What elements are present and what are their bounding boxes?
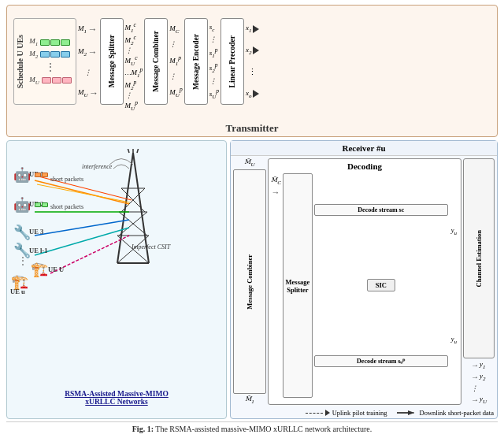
message-combiner-label: Message Combiner (152, 31, 160, 92)
packet (50, 39, 60, 46)
message-splitter-block: Message Splitter (100, 18, 124, 105)
ue1-icon: 🤖 (13, 166, 31, 184)
dots-m: ⋮ (78, 69, 98, 76)
y-label-top: yu (451, 226, 457, 236)
receiver-content-row: M̃U Message Combiner M̃1 Decoding (231, 156, 497, 407)
caption: Fig. 1: The RSMA-assisted massive-MIMO x… (6, 421, 498, 433)
mlc-dots: ⋮ (169, 40, 182, 48)
transmitter-box: Schedule U UEs M1 M2 (6, 5, 498, 137)
svg-line-14 (137, 149, 139, 153)
arrow-y2: → (471, 373, 479, 381)
ue-messages: M1 M2 (29, 37, 72, 85)
ueu-scene-label: UE U (48, 265, 64, 273)
tower-svg (109, 149, 157, 275)
right-receiver: Receiver #u M̃U Message Combiner M̃1 Dec… (230, 140, 498, 419)
packet (62, 77, 72, 84)
decode-streams-col: Decode stream sс SIC Decode stream sᵤᵖ (314, 173, 448, 398)
decoding-box: Decoding M̃C → Message Splitter (268, 158, 461, 405)
imperfect-csit-label: Imperfect CSIT (132, 243, 170, 251)
arrow-m1: M1 → (78, 24, 98, 35)
arrow-tri-x1 (253, 25, 259, 33)
legend-dash-line (306, 413, 323, 414)
y-label-bot: yu (451, 335, 457, 345)
arrow-m2: M2 → (78, 46, 98, 58)
msg-packets-u (42, 77, 72, 84)
ml-dots: ⋮ (125, 46, 143, 54)
legend: Uplink pilot training Downlink short-pac… (231, 407, 497, 418)
sl-up: sUp (209, 87, 219, 100)
decode-stream-c-box: Decode stream sс (314, 204, 448, 216)
msg-row-u: MU (29, 76, 72, 86)
ml-2c: M2c (125, 34, 143, 46)
legend-uplink-label: Uplink pilot training (332, 409, 387, 417)
mlc-1p: M1p (169, 54, 182, 67)
uefinal-scene-label: UE u (10, 288, 25, 295)
arrow-mu: MU → (78, 87, 98, 99)
channel-est-wrapper: Channel Estimation → y1 → y2 ⋮ (463, 158, 495, 405)
message-encoder-block: Message Encoder (184, 18, 208, 105)
dots-vert-ue: ⋮ (29, 62, 72, 73)
arrow-mc: → (271, 187, 281, 197)
ml-uc: MUc (125, 54, 143, 67)
msg-packets-2 (40, 51, 70, 58)
message-splitter-recv-label: Message Splitter (285, 278, 310, 294)
ue2-icon: 🤖 (13, 196, 31, 213)
ue3-scene-label: UE 3 (29, 228, 43, 236)
linear-precoder-block: Linear Precoder (220, 18, 244, 105)
msg-label-u: MU (29, 76, 39, 86)
ml-up: MUp (125, 99, 143, 112)
ml-1c: M1c (125, 21, 143, 34)
packet (52, 77, 61, 84)
y-labels-col: yu yu (450, 173, 458, 398)
legend-item-downlink: Downlink short-packet data (397, 409, 494, 417)
tilde-mc-col: M̃C → (271, 173, 281, 398)
mlc-dots2: ⋮ (169, 72, 182, 80)
packet (42, 77, 51, 84)
scene-dots: ⋮ (18, 255, 28, 267)
out-x1-label: x1 (246, 24, 252, 34)
arrow-yu: → (471, 395, 479, 404)
legend-item-uplink: Uplink pilot training (306, 409, 387, 417)
label-m1: M1 (78, 24, 87, 35)
m-labels-combiner: MC ⋮ M1p ⋮ MUp (169, 18, 182, 105)
transmitter-inner: Schedule U UEs M1 M2 (13, 10, 491, 113)
arrow-icon-mu: → (89, 87, 98, 99)
ue-schedule-block: Schedule U UEs M1 M2 (13, 18, 76, 105)
msg-combiner-recv-wrapper: M̃U Message Combiner M̃1 (233, 158, 266, 405)
message-encoder-label: Message Encoder (192, 34, 200, 90)
ml-2p: M2p (125, 79, 143, 91)
output-y1: → y1 (471, 360, 487, 370)
yu-label: yU (480, 395, 487, 405)
left-scene: 🤖 🤖 🔧 🔧 🏗️ 🏗️ UE 1 UE 2 UE 3 UE l-1 UE U… (6, 140, 227, 419)
msg-row-1: M1 (29, 37, 72, 47)
out-xo: xo (246, 89, 260, 99)
arrow-icon-m2: → (87, 46, 97, 58)
message-combiner-recv-block: Message Combiner (233, 169, 266, 395)
scene-title-line1: RSMA-Assisted Massive-MIMO (65, 390, 169, 398)
s-labels: sc ⋮ s1p s2p ⋮ sUp (209, 18, 219, 105)
pkt2 (42, 173, 48, 177)
tx-input-arrows: M1 → M2 → ⋮ MU → (78, 18, 98, 105)
y1-label: y1 (480, 360, 486, 370)
uel1-scene-label: UE l-1 (29, 247, 47, 254)
output-labels-block: x1 x2 ⋮ xo (246, 18, 260, 105)
caption-fig: Fig. 1: (132, 425, 154, 433)
sl-c: sc (209, 23, 219, 33)
ueu-icon: 🏗️ (31, 261, 48, 278)
arrow-tri-x2 (253, 46, 259, 54)
scene-title-line2: xURLLC Networks (65, 398, 169, 406)
linear-precoder-label: Linear Precoder (228, 35, 236, 87)
pkt3 (35, 202, 41, 207)
output-dots: ⋮ (471, 384, 487, 392)
message-splitter-label: Message Splitter (108, 35, 116, 87)
mlc-up: MUp (169, 86, 182, 98)
arrow-y1: → (471, 361, 479, 369)
arrow-icon-m1: → (87, 24, 97, 35)
sl-dots: ⋮ (209, 35, 219, 43)
short-packets-1: short packets (50, 176, 83, 183)
label-mu: MU (78, 88, 88, 98)
message-combiner-recv-label: Message Combiner (246, 254, 254, 310)
channel-est-block: Channel Estimation (463, 158, 495, 358)
pkt4 (42, 202, 48, 207)
pkt1 (35, 173, 41, 177)
